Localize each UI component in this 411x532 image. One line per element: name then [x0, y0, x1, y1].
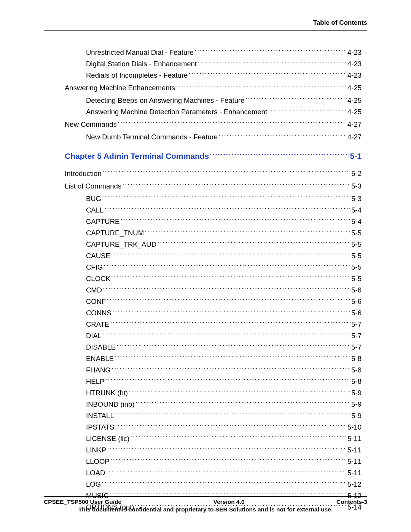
toc-entry: LOAD5-11 [65, 467, 362, 478]
toc-leader [107, 444, 347, 452]
toc-label: LICENSE (lic) [86, 434, 130, 444]
toc-label: CONNS [86, 308, 112, 318]
toc-page: 5-3 [349, 181, 362, 192]
toc-entry: CAPTURE_TNUM5-5 [65, 227, 362, 238]
toc-page: 5-2 [349, 169, 362, 179]
toc-page: 5-9 [350, 411, 362, 421]
toc-label: CAPTURE [86, 217, 120, 227]
toc-leader [111, 273, 351, 281]
toc-leader [105, 375, 350, 384]
toc-label: New Commands [65, 120, 118, 130]
toc-page: 5-11 [347, 445, 362, 455]
toc-label: Answering Machine Detection Parameters -… [86, 107, 268, 117]
toc-leader [245, 94, 346, 103]
toc-label: Digital Station Dials - Enhancement [86, 59, 198, 69]
header-rule [44, 30, 367, 31]
toc-label: INBOUND (inb) [86, 399, 135, 410]
toc-page: 5-11 [347, 434, 362, 444]
toc-leader [120, 216, 350, 224]
toc-page: 4-25 [347, 107, 362, 117]
toc-page: 4-23 [347, 59, 362, 69]
toc-entry: Detecting Beeps on Answering Machines - … [65, 94, 362, 106]
toc-leader [110, 455, 347, 464]
toc-page: 5-1 [349, 150, 362, 162]
toc-label: BUG [86, 194, 102, 204]
toc-label: CAUSE [86, 251, 111, 261]
toc-leader [102, 330, 350, 338]
toc-label: CALL [86, 205, 104, 216]
toc-entry: New Dumb Terminal Commands - Feature4-27 [65, 131, 362, 142]
toc-leader [107, 296, 350, 304]
toc-label: CAPTURE_TRK_AUD [86, 240, 157, 250]
toc-page: 4-25 [347, 96, 362, 106]
toc-entry: CAPTURE_TRK_AUD5-5 [65, 238, 362, 250]
toc-label: LOAD [86, 468, 106, 478]
toc-leader [115, 421, 347, 430]
toc-leader [118, 118, 345, 127]
toc-label: CLOCK [86, 274, 111, 284]
toc-label: Answering Machine Enhancements [65, 83, 176, 93]
toc-leader [157, 238, 350, 247]
toc-entry: CONF5-6 [65, 296, 362, 307]
toc-page: 5-9 [350, 399, 362, 410]
toc-entry: List of Commands5-3 [65, 180, 362, 192]
header-title: Table of Contents [44, 19, 367, 27]
toc-label: List of Commands [65, 181, 122, 192]
toc-entry: Unrestricted Manual Dial - Feature4-23 [65, 46, 362, 58]
footer-note: This document is confidential and propri… [44, 506, 367, 513]
toc-leader [268, 106, 347, 114]
toc-label: CAPTURE_TNUM [86, 228, 145, 238]
toc-label: HELP [86, 377, 105, 387]
toc-entry: INBOUND (inb)5-9 [65, 398, 362, 410]
footer-rule [44, 496, 367, 497]
toc-label: ENABLE [86, 354, 115, 364]
toc-page: 5-12 [347, 479, 362, 490]
toc-page: 5-3 [350, 194, 362, 204]
toc-label: HTRUNK (ht) [86, 388, 129, 398]
toc-leader [194, 46, 347, 55]
toc-page: 5-8 [350, 354, 362, 364]
toc-chapter: Chapter 5 Admin Terminal Commands5-1 [65, 149, 362, 162]
toc-page: 5-11 [347, 457, 362, 467]
toc-entry: LOG5-12 [65, 478, 362, 490]
footer-right: Contents-3 [336, 498, 367, 505]
toc-entry: BUG5-3 [65, 193, 362, 204]
toc-leader [122, 180, 349, 189]
toc-entry: Answering Machine Enhancements4-25 [65, 82, 362, 93]
toc-entry: ENABLE5-8 [65, 353, 362, 364]
toc-entry: DIAL5-7 [65, 330, 362, 341]
footer: CPSEE_TSP500 User Guide Version 4.0 Cont… [44, 496, 367, 513]
toc-entry: LINKP5-11 [65, 444, 362, 455]
toc-page: 5-10 [347, 422, 362, 433]
toc-page: 5-8 [350, 377, 362, 387]
toc-label: New Dumb Terminal Commands - Feature [86, 132, 218, 142]
toc: Unrestricted Manual Dial - Feature4-23Di… [44, 46, 367, 513]
toc-entry: CONNS5-6 [65, 307, 362, 318]
toc-leader [210, 149, 349, 159]
toc-page: 5-5 [350, 228, 362, 238]
toc-entry: LICENSE (lic)5-11 [65, 433, 362, 444]
toc-leader [104, 204, 350, 212]
toc-page: 5-7 [350, 331, 362, 341]
toc-leader [112, 364, 351, 372]
toc-entry: IPSTATS5-10 [65, 421, 362, 433]
toc-page: 4-25 [345, 83, 362, 93]
toc-entry: DISABLE5-7 [65, 341, 362, 353]
toc-page: 5-11 [347, 468, 362, 478]
toc-label: INSTALL [86, 411, 115, 421]
toc-leader [130, 433, 347, 441]
toc-leader [104, 261, 350, 270]
toc-page: 5-6 [350, 297, 362, 307]
toc-leader [129, 387, 350, 395]
toc-entry: CAPTURE5-4 [65, 216, 362, 227]
toc-entry: INSTALL5-9 [65, 410, 362, 421]
toc-label: DIAL [86, 331, 102, 341]
toc-label: CFIG [86, 262, 104, 273]
toc-page: 5-7 [350, 320, 362, 330]
toc-leader [112, 307, 350, 315]
toc-entry: Redials of Incompletes - Feature4-23 [65, 69, 362, 81]
toc-label: Redials of Incompletes - Feature [86, 70, 188, 81]
toc-label: CMD [86, 285, 103, 296]
toc-entry: CFIG5-5 [65, 261, 362, 273]
toc-page: 4-23 [347, 48, 362, 58]
